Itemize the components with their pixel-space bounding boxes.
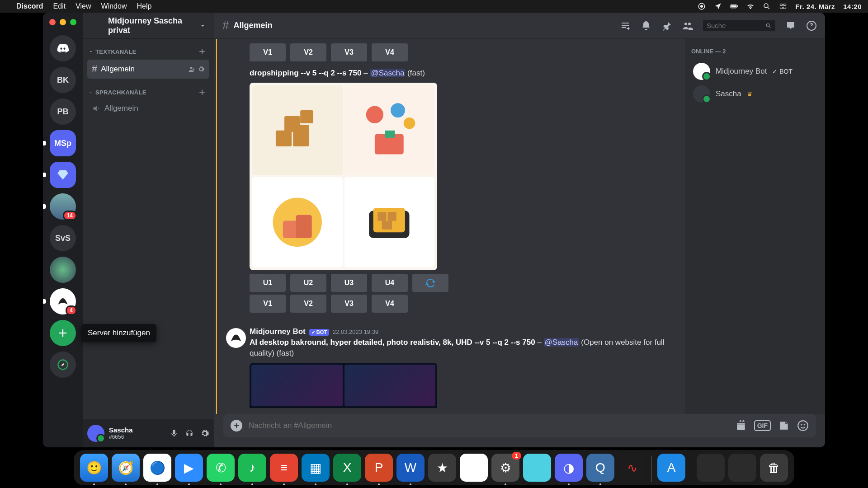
server-svs[interactable]: SvS [50, 225, 76, 251]
menubar-edit[interactable]: Edit [53, 2, 66, 10]
server-msp[interactable]: MSp [50, 130, 76, 156]
members-icon[interactable] [682, 20, 693, 31]
mention[interactable]: @Sascha [370, 69, 405, 77]
mute-icon[interactable] [170, 429, 179, 438]
image-cell-2[interactable] [344, 85, 435, 176]
u3-button[interactable]: U3 [331, 274, 367, 292]
dock-zoom[interactable]: ▶ [175, 454, 203, 482]
menubar-app-name[interactable]: Discord [16, 2, 43, 10]
gift-icon[interactable] [735, 420, 747, 432]
server-home[interactable] [50, 35, 76, 61]
maximize-window-button[interactable] [70, 19, 76, 25]
add-channel-icon[interactable] [198, 47, 207, 56]
v3-button[interactable]: V3 [331, 295, 367, 313]
bot-avatar[interactable] [226, 328, 246, 348]
message-author[interactable]: Midjourney Bot [250, 327, 306, 336]
dock-safari[interactable]: 🧭 [112, 454, 140, 482]
search-box[interactable] [703, 20, 775, 31]
image-cell-4[interactable] [344, 177, 435, 267]
u2-button[interactable]: U2 [290, 274, 326, 292]
menubar-window[interactable]: Window [101, 2, 127, 10]
dock-whatsapp[interactable]: ✆ [207, 454, 235, 482]
location-icon[interactable] [714, 2, 722, 10]
text-channel-allgemein[interactable]: # Allgemein [87, 60, 209, 79]
image-cell-3[interactable] [252, 177, 343, 267]
server-header[interactable]: Midjourney Sascha privat [83, 13, 214, 39]
image-cell-1[interactable] [251, 365, 343, 406]
server-pb[interactable]: PB [50, 99, 76, 125]
dock-settings[interactable]: ⚙1 [491, 454, 519, 482]
member-row[interactable]: Sascha ♛ [691, 83, 819, 105]
text-channels-category[interactable]: TEXTKANÄLE [83, 39, 214, 59]
image-grid[interactable] [250, 83, 437, 270]
v1-button[interactable]: V1 [250, 295, 286, 313]
server-photo[interactable] [50, 257, 76, 283]
dock-imovie[interactable]: ★ [428, 454, 456, 482]
search-icon[interactable] [763, 2, 771, 10]
v2-button[interactable]: V2 [290, 295, 326, 313]
dock-chrome[interactable]: 🔵 [143, 454, 171, 482]
v4-button[interactable]: V4 [372, 295, 408, 313]
dock-todoist[interactable]: ≡ [270, 454, 298, 482]
menubar-help[interactable]: Help [137, 2, 151, 10]
image-grid[interactable] [250, 363, 437, 408]
pinned-icon[interactable] [661, 20, 672, 31]
server-gem[interactable] [50, 162, 76, 188]
notifications-icon[interactable] [641, 20, 651, 31]
image-cell-2[interactable] [344, 365, 436, 406]
inbox-icon[interactable] [785, 20, 796, 31]
v1-button[interactable]: V1 [250, 43, 286, 61]
dock-app-cyan[interactable] [523, 454, 551, 482]
add-server-button[interactable]: Server hinzufügen [50, 320, 76, 346]
help-icon[interactable] [806, 20, 817, 31]
voice-channels-category[interactable]: SPRACHKANÄLE [83, 80, 214, 99]
battery-icon[interactable] [730, 2, 738, 10]
sticker-icon[interactable] [778, 420, 790, 432]
menubar-date[interactable]: Fr. 24. März [795, 3, 835, 10]
settings-icon[interactable] [200, 429, 209, 438]
dock-drive[interactable]: ▲ [460, 454, 488, 482]
record-icon[interactable] [698, 2, 706, 10]
window-traffic-lights[interactable] [49, 19, 76, 25]
menubar-view[interactable]: View [75, 2, 91, 10]
attach-button[interactable]: + [231, 420, 242, 432]
user-name[interactable]: Sascha [109, 427, 133, 434]
server-midjourney[interactable]: 4 [50, 288, 76, 314]
dock-discord[interactable]: ◑ [555, 454, 583, 482]
dock-spotify[interactable]: ♪ [238, 454, 266, 482]
message-input[interactable] [249, 421, 729, 430]
search-input[interactable] [707, 22, 762, 29]
server-bk[interactable]: BK [50, 67, 76, 93]
member-row[interactable]: Midjourney Bot ✓ BOT [691, 60, 819, 83]
minimize-window-button[interactable] [60, 19, 66, 25]
dock-minimized-window[interactable] [697, 454, 725, 482]
invite-icon[interactable] [188, 66, 195, 73]
add-channel-icon[interactable] [198, 88, 207, 97]
deafen-icon[interactable] [185, 429, 194, 438]
emoji-icon[interactable] [797, 420, 809, 432]
reroll-button[interactable] [412, 274, 448, 292]
u4-button[interactable]: U4 [372, 274, 408, 292]
explore-servers-button[interactable] [50, 352, 76, 378]
control-center-icon[interactable] [779, 2, 787, 10]
dock-trello[interactable]: ▦ [302, 454, 330, 482]
u1-button[interactable]: U1 [250, 274, 286, 292]
wifi-icon[interactable] [746, 2, 755, 10]
dock-appstore[interactable]: A [657, 454, 685, 482]
dock-trash[interactable]: 🗑 [760, 454, 788, 482]
dock-finder[interactable]: 🙂 [80, 454, 108, 482]
image-cell-1[interactable] [252, 85, 343, 176]
close-window-button[interactable] [49, 19, 56, 25]
dock-voice-memos[interactable]: ∿ [618, 454, 646, 482]
v2-button[interactable]: V2 [290, 43, 326, 61]
v4-button[interactable]: V4 [372, 43, 408, 61]
voice-channel-allgemein[interactable]: Allgemein [87, 100, 209, 117]
threads-icon[interactable] [620, 20, 631, 31]
dock-powerpoint[interactable]: P [365, 454, 393, 482]
server-avatar1[interactable]: 14 [50, 193, 76, 220]
dock-excel[interactable]: X [333, 454, 361, 482]
gif-button[interactable]: GIF [754, 420, 771, 431]
v3-button[interactable]: V3 [331, 43, 367, 61]
menubar-time[interactable]: 14:20 [843, 3, 862, 10]
dock-word[interactable]: W [396, 454, 425, 482]
